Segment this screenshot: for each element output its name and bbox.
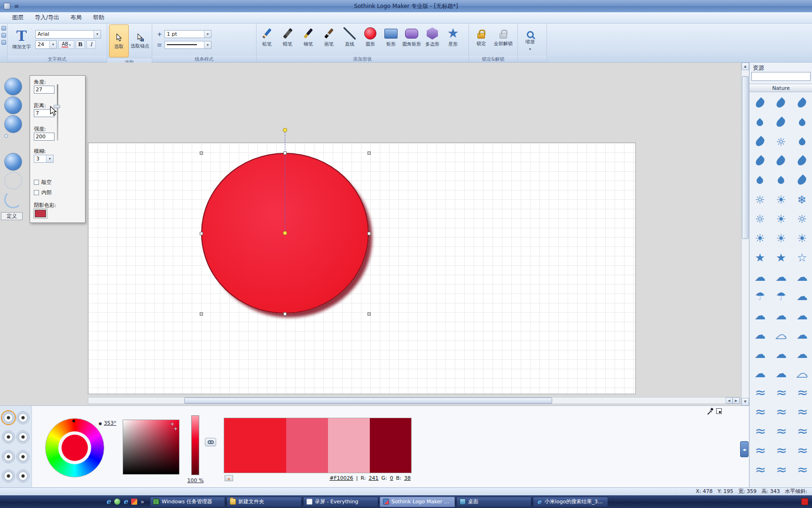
tray-antivirus-icon[interactable] xyxy=(801,498,808,505)
resource-icon-drop[interactable] xyxy=(771,171,792,190)
resource-icon-cloud-outline[interactable]: ☁ xyxy=(791,364,812,383)
resource-icon-cloud[interactable]: ☁ xyxy=(791,325,812,344)
gradient-preset-2[interactable] xyxy=(2,430,15,444)
resource-icon-flame[interactable] xyxy=(791,151,812,171)
tool-brush[interactable]: 画笔 xyxy=(319,24,339,55)
resource-icon-wave[interactable]: ≈ xyxy=(750,402,771,421)
hue-value[interactable]: 353° xyxy=(104,420,117,426)
palette-swatch-2[interactable] xyxy=(328,418,370,473)
resource-icon-flame[interactable] xyxy=(791,94,812,113)
tool-roundrect[interactable]: 圆角矩形 xyxy=(401,24,422,55)
shadow-preset-outline[interactable] xyxy=(4,172,22,190)
taskbar-item-3[interactable]: Sothink Logo Maker 专业... xyxy=(380,497,455,507)
resource-icon-wave[interactable]: ≈ xyxy=(771,383,792,402)
selection-handle-ne[interactable] xyxy=(367,151,371,155)
resource-icon-wave[interactable]: ≈ xyxy=(750,383,771,402)
resource-icon-star[interactable]: ★ xyxy=(750,248,771,267)
unlock-all-button[interactable]: 全部解锁 xyxy=(493,24,514,54)
menu-item-0[interactable]: 图层 xyxy=(7,12,29,23)
r-value[interactable]: 241 xyxy=(369,475,379,481)
hue-marker[interactable] xyxy=(72,420,75,422)
resource-icon-cloud[interactable]: ☁ xyxy=(750,267,771,286)
resource-icon-wave[interactable]: ≈ xyxy=(771,421,792,441)
lock-button[interactable]: 锁定 xyxy=(471,24,492,54)
quicklaunch-overflow[interactable]: » xyxy=(141,498,144,505)
resource-icon-drop[interactable] xyxy=(791,132,812,151)
shadow-preset-sphere[interactable] xyxy=(4,78,22,95)
resource-icon-wave[interactable]: ≈ xyxy=(771,441,792,460)
resource-icon-cloud[interactable]: ☁ xyxy=(791,286,812,306)
resource-icon-cloud[interactable]: ☁ xyxy=(750,306,771,325)
resource-icon-cloud[interactable]: ☁ xyxy=(771,306,792,325)
canvas-area[interactable]: 角度: 距离: 强度: 模糊: 3 敲空 内部 阴影色彩: 定 xyxy=(0,63,741,405)
scroll-right-button[interactable] xyxy=(733,397,740,404)
taskbar-item-1[interactable]: 新建文件夹 xyxy=(226,497,302,507)
resource-icon-wave[interactable]: ≈ xyxy=(791,402,812,421)
dock-mini-icon[interactable] xyxy=(1,40,6,45)
dock-mini-icon[interactable] xyxy=(1,26,6,31)
resource-icon-cloud[interactable]: ☁ xyxy=(791,344,812,364)
resource-icon-flame[interactable] xyxy=(771,151,792,171)
scroll-up-button[interactable] xyxy=(742,63,749,70)
quicklaunch-ie-icon[interactable]: e xyxy=(106,498,111,505)
selection-handle-nw[interactable] xyxy=(200,151,203,155)
tool-pencil[interactable]: 铅笔 xyxy=(257,24,277,55)
taskbar-item-5[interactable]: e小米logo的搜索结果_3... xyxy=(533,497,608,507)
quicklaunch-app-icon[interactable] xyxy=(131,499,137,505)
resources-category-header[interactable]: Nature xyxy=(750,84,812,92)
text-decoration-button[interactable]: AB xyxy=(58,40,74,49)
resource-icon-drop[interactable] xyxy=(750,171,771,190)
tool-polygon[interactable]: 多边形 xyxy=(422,24,443,55)
resource-icon-star-outline[interactable]: ☆ xyxy=(791,248,812,267)
tool-rect[interactable]: 矩形 xyxy=(381,24,401,55)
resource-icon-sun[interactable]: ☀ xyxy=(771,229,792,248)
taskbar-item-4[interactable]: 桌面 xyxy=(456,497,531,507)
resource-icon-flame[interactable] xyxy=(771,113,792,132)
palette-swatch-0[interactable] xyxy=(224,418,286,473)
canvas-page-grid[interactable] xyxy=(88,143,636,394)
knockout-checkbox[interactable]: 敲空 xyxy=(34,179,52,186)
gradient-preset-3[interactable] xyxy=(16,430,30,444)
resource-icon-snow[interactable]: ❄ xyxy=(791,190,812,209)
line-style-select[interactable] xyxy=(164,41,211,49)
resource-icon-sun[interactable]: ☀ xyxy=(771,209,792,229)
dock-mini-icon[interactable] xyxy=(1,33,6,38)
inner-checkbox[interactable]: 内部 xyxy=(34,189,52,196)
taskbar-item-0[interactable]: Windows 任务管理器 xyxy=(150,497,225,507)
resource-icon-cloud[interactable]: ☁ xyxy=(771,267,792,286)
resources-search-input[interactable] xyxy=(751,72,811,81)
resource-icon-sun[interactable]: ☀ xyxy=(771,190,792,209)
link-button[interactable] xyxy=(205,438,216,446)
zoom-button[interactable]: 缩放 xyxy=(520,24,540,54)
shadow-preset-sphere[interactable] xyxy=(4,115,22,133)
hex-value[interactable]: #F10026 xyxy=(329,475,353,481)
resource-icon-sunburst[interactable]: ☼ xyxy=(750,190,771,209)
resource-icon-wave[interactable]: ≈ xyxy=(791,383,812,402)
resource-icon-sun[interactable]: ☀ xyxy=(791,229,812,248)
taskbar-item-2[interactable]: 录屏 - Everything xyxy=(303,497,378,507)
gradient-handle-center[interactable] xyxy=(283,231,287,235)
resource-icon-cloud[interactable]: ☁ xyxy=(750,364,771,383)
resource-icon-drop[interactable] xyxy=(791,113,812,132)
select-tool-button[interactable]: 选取 xyxy=(109,24,129,57)
menu-item-2[interactable]: 布局 xyxy=(65,12,87,23)
quicklaunch-ie-icon[interactable]: e xyxy=(124,498,128,505)
gradient-preset-6[interactable] xyxy=(2,469,15,483)
selection-handle-e[interactable] xyxy=(367,232,371,235)
resource-icon-cloud[interactable]: ☁ xyxy=(750,344,771,364)
scroll-down-button[interactable] xyxy=(742,398,749,405)
scroll-left-button[interactable] xyxy=(726,397,733,404)
angle-slider-track[interactable] xyxy=(57,84,58,141)
resource-icon-wave[interactable]: ≈ xyxy=(750,441,771,460)
resource-icon-rain[interactable]: ☂ xyxy=(750,286,771,306)
resource-icon-sunburst[interactable]: ☼ xyxy=(750,209,771,229)
palette-swatch-3[interactable] xyxy=(370,418,411,473)
resource-icon-cloud[interactable]: ☁ xyxy=(791,267,812,286)
menu-item-3[interactable]: 帮助 xyxy=(87,12,110,23)
selection-handle-n[interactable] xyxy=(283,151,287,155)
resource-icon-flame[interactable] xyxy=(750,151,771,171)
gradient-preset-5[interactable] xyxy=(16,450,30,463)
selection-handle-sw[interactable] xyxy=(200,312,203,316)
resource-icon-wave[interactable]: ≈ xyxy=(791,460,812,479)
quicklaunch-orb-icon[interactable] xyxy=(114,499,120,505)
